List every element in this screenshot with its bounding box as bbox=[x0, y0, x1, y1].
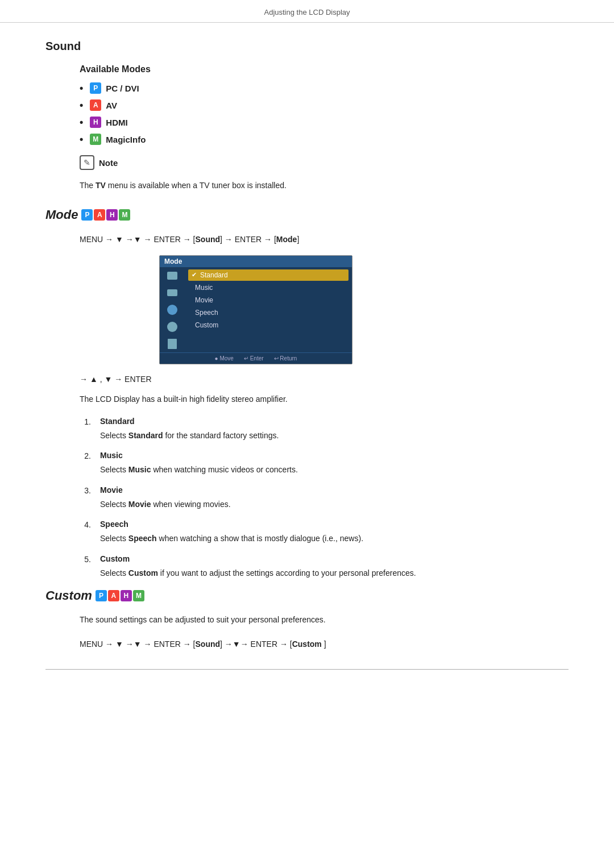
note-label: Note bbox=[99, 158, 118, 168]
list-item: 4. Speech Selects Speech when watching a… bbox=[80, 520, 569, 545]
badge-p: P bbox=[90, 82, 101, 94]
mode-label: PC / DVI bbox=[106, 84, 139, 93]
item-title-speech: Speech bbox=[100, 520, 569, 529]
menu-items-list: ✔ Standard Music Movie Speech Custom bbox=[185, 267, 352, 352]
item-title-movie: Movie bbox=[100, 485, 569, 495]
item-desc-custom: Selects Custom if you want to adjust the… bbox=[100, 567, 569, 579]
menu-icon-5 bbox=[164, 338, 180, 350]
mode-nav-text: MENU → ▼ →▼ → ENTER → [Sound] → ENTER → … bbox=[80, 232, 569, 247]
menu-icons bbox=[160, 267, 185, 352]
menu-item-custom: Custom bbox=[188, 319, 349, 331]
note-text: The TV menu is available when a TV tuner… bbox=[80, 179, 569, 192]
menu-item-standard: ✔ Standard bbox=[188, 269, 349, 281]
menu-item-movie: Movie bbox=[188, 294, 349, 306]
menu-item-speech: Speech bbox=[188, 307, 349, 318]
mode-label: HDMI bbox=[106, 118, 127, 127]
sound-title: Sound bbox=[45, 40, 569, 53]
menu-item-music: Music bbox=[188, 282, 349, 293]
mode-heading-text: Mode bbox=[45, 207, 78, 222]
mode-section: Mode P A H M MENU → ▼ →▼ → ENTER → [Soun… bbox=[45, 207, 569, 579]
menu-icon-1 bbox=[164, 269, 180, 282]
item-title-custom: Custom bbox=[100, 554, 569, 563]
bottom-rule bbox=[45, 669, 569, 670]
sound-section: Sound Available Modes • P PC / DVI • A A… bbox=[45, 40, 569, 192]
page-header: Adjusting the LCD Display bbox=[0, 0, 614, 23]
item-title-standard: Standard bbox=[100, 417, 569, 426]
list-item: • M MagicInfo bbox=[80, 134, 569, 145]
item-title-music: Music bbox=[100, 451, 569, 460]
badge-a: A bbox=[90, 99, 101, 111]
move-label: ● Move bbox=[215, 355, 234, 362]
mode-label: AV bbox=[106, 101, 117, 110]
list-item: 5. Custom Selects Custom if you want to … bbox=[80, 554, 569, 579]
custom-heading-text: Custom bbox=[45, 588, 92, 603]
menu-screenshot: Mode bbox=[159, 255, 352, 364]
list-item: • A AV bbox=[80, 99, 569, 111]
list-item: • H HDMI bbox=[80, 117, 569, 128]
note-icon: ✎ bbox=[80, 155, 94, 170]
mode-description: The LCD Display has a built-in high fide… bbox=[80, 393, 569, 405]
mode-heading: Mode P A H M bbox=[45, 207, 569, 222]
badge-h: H bbox=[90, 117, 101, 128]
return-label: ↩ Return bbox=[274, 355, 297, 362]
badge-m-custom: M bbox=[133, 590, 144, 601]
badge-a-custom: A bbox=[108, 590, 119, 601]
menu-title-bar: Mode bbox=[160, 256, 352, 267]
menu-bar-bottom: ● Move ↵ Enter ↩ Return bbox=[160, 352, 352, 364]
menu-icon-2 bbox=[164, 286, 180, 299]
custom-section: Custom P A H M The sound settings can be… bbox=[45, 588, 569, 652]
custom-nav-text: MENU → ▼ →▼ → ENTER → [Sound] →▼→ ENTER … bbox=[80, 637, 569, 651]
list-item: 1. Standard Selects Standard for the sta… bbox=[80, 417, 569, 442]
badge-p-mode: P bbox=[81, 209, 93, 221]
note-box: ✎ Note bbox=[80, 155, 569, 170]
mode-label: MagicInfo bbox=[106, 135, 146, 144]
badge-m: M bbox=[90, 134, 101, 145]
badge-m-mode: M bbox=[119, 209, 130, 221]
badge-a-mode: A bbox=[94, 209, 105, 221]
item-desc-speech: Selects Speech when watching a show that… bbox=[100, 532, 569, 545]
item-desc-music: Selects Music when watching music videos… bbox=[100, 463, 569, 476]
custom-heading: Custom P A H M bbox=[45, 588, 569, 603]
enter-instruction: → ▲ , ▼ → ENTER bbox=[80, 375, 569, 384]
custom-badge-group: P A H M bbox=[96, 590, 144, 601]
list-item: • P PC / DVI bbox=[80, 82, 569, 94]
modes-list: • P PC / DVI • A AV • H HDMI • M MagicIn… bbox=[80, 82, 569, 145]
item-desc-standard: Selects Standard for the standard factor… bbox=[100, 429, 569, 442]
badge-h-mode: H bbox=[106, 209, 118, 221]
mode-numbered-list: 1. Standard Selects Standard for the sta… bbox=[80, 417, 569, 579]
mode-badge-group: P A H M bbox=[81, 209, 130, 221]
menu-icon-3 bbox=[164, 304, 180, 316]
item-desc-movie: Selects Movie when viewing movies. bbox=[100, 498, 569, 510]
badge-h-custom: H bbox=[121, 590, 132, 601]
menu-icon-4 bbox=[164, 321, 180, 333]
enter-label: ↵ Enter bbox=[244, 355, 264, 362]
list-item: 2. Music Selects Music when watching mus… bbox=[80, 451, 569, 476]
custom-description: The sound settings can be adjusted to su… bbox=[80, 613, 569, 626]
badge-p-custom: P bbox=[96, 590, 107, 601]
list-item: 3. Movie Selects Movie when viewing movi… bbox=[80, 485, 569, 510]
available-modes-title: Available Modes bbox=[80, 64, 569, 74]
